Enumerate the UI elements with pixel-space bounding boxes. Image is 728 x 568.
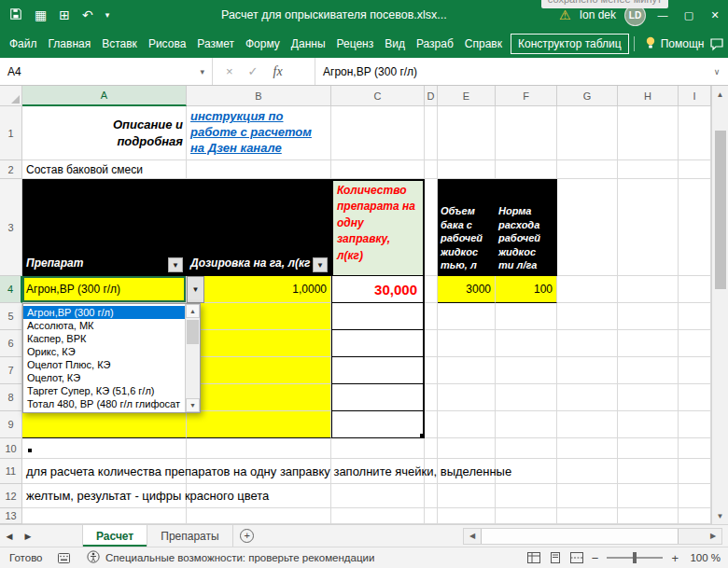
row-header-6[interactable]: 6 (0, 330, 22, 357)
cell-i2[interactable] (679, 160, 711, 179)
cell-b4[interactable]: 1,0000 (187, 276, 331, 303)
cell-b6[interactable] (187, 330, 331, 357)
comments-icon[interactable] (709, 37, 724, 51)
confirm-entry-icon[interactable]: ✓ (248, 64, 259, 78)
cell-g5[interactable] (557, 303, 618, 330)
page-layout-view-icon[interactable] (549, 552, 562, 563)
cell-e12[interactable] (438, 484, 496, 508)
cell-d10[interactable] (425, 438, 438, 459)
cell-g1[interactable] (557, 106, 618, 160)
cell-g7[interactable] (557, 357, 618, 384)
scroll-down-icon[interactable]: ▼ (186, 398, 200, 412)
cell-a3[interactable]: Препарат ▼ (22, 179, 187, 276)
scroll-right-icon[interactable]: ▶ (705, 532, 721, 540)
accessibility-status[interactable]: Специальные возможности: проверьте реком… (87, 550, 374, 565)
maximize-button[interactable]: ▢ (676, 0, 702, 30)
dropdown-scrollbar[interactable]: ▲ ▼ (185, 304, 200, 412)
cell-f10[interactable] (496, 438, 557, 459)
dropdown-item[interactable]: Ассолюта, МК (23, 319, 185, 332)
scroll-left-icon[interactable]: ◀ (464, 532, 481, 540)
cell-d12[interactable] (425, 484, 438, 508)
cell-b9[interactable] (187, 411, 331, 438)
cell-c5[interactable] (331, 303, 425, 330)
cell-d2[interactable] (425, 160, 438, 179)
tab-table-design[interactable]: Конструктор таблиц (511, 34, 629, 54)
cell-i4[interactable] (679, 276, 711, 303)
row-header-4[interactable]: 4 (0, 276, 22, 303)
cell-e1[interactable] (438, 106, 496, 160)
column-header-f[interactable]: F (496, 86, 557, 106)
cell-d1[interactable] (425, 106, 438, 160)
tab-home[interactable]: Главная (43, 34, 97, 54)
column-header-b[interactable]: B (187, 86, 331, 106)
row-header-5[interactable]: 5 (0, 303, 22, 330)
filter-dropdown-icon-b3[interactable]: ▼ (313, 257, 328, 272)
dropdown-item[interactable]: Оцелот Плюс, КЭ (23, 358, 185, 371)
cell-d7[interactable] (425, 357, 438, 384)
cell-c1[interactable] (331, 106, 425, 160)
zoom-slider[interactable] (607, 557, 663, 559)
cell-c12[interactable] (331, 484, 425, 508)
column-header-c[interactable]: C (331, 86, 425, 106)
assistant-button[interactable]: Помощн (639, 36, 710, 52)
table-resize-handle[interactable] (420, 434, 425, 438)
tab-review[interactable]: Реценз (331, 34, 380, 54)
tab-data[interactable]: Данны (286, 34, 331, 54)
dropdown-scroll-thumb[interactable] (187, 320, 199, 344)
scroll-up-icon[interactable]: ▲ (712, 86, 728, 103)
cell-b8[interactable] (187, 384, 331, 411)
tab-layout[interactable]: Размет (191, 34, 240, 54)
cell-h5[interactable] (618, 303, 679, 330)
name-box[interactable]: A4 ▾ (0, 58, 213, 85)
tab-insert[interactable]: Вставк (96, 34, 143, 54)
cell-e5[interactable] (438, 303, 496, 330)
cell-d6[interactable] (425, 330, 438, 357)
cell-g11[interactable] (557, 459, 618, 484)
row-header-11[interactable]: 11 (0, 459, 22, 484)
cell-e7[interactable] (438, 357, 496, 384)
cell-h10[interactable] (618, 438, 679, 459)
cell-h4[interactable] (618, 276, 679, 303)
cell-e6[interactable] (438, 330, 496, 357)
cell-b13[interactable] (187, 508, 331, 524)
cell-e9[interactable] (438, 411, 496, 438)
cell-h1[interactable] (618, 106, 679, 160)
cell-f3[interactable]: Норма расхода рабочей жидкос ти л/га (496, 179, 557, 276)
cell-a12[interactable]: желтым, результат - цифры красного цвета (22, 484, 187, 508)
cell-f6[interactable] (496, 330, 557, 357)
cell-b5[interactable] (187, 303, 331, 330)
sheet-tab-preparaty[interactable]: Препараты (147, 525, 232, 547)
cell-e4[interactable]: 3000 (438, 276, 496, 303)
cell-d3[interactable] (425, 179, 438, 276)
dropdown-item[interactable]: Оцелот, КЭ (23, 371, 185, 384)
filter-dropdown-icon-a3[interactable]: ▼ (168, 257, 183, 272)
insert-function-button[interactable]: fx (273, 64, 283, 79)
zoom-in-button[interactable]: + (671, 551, 679, 565)
cell-i1[interactable] (679, 106, 711, 160)
cell-f8[interactable] (496, 384, 557, 411)
column-header-a[interactable]: A (22, 86, 187, 106)
qat-caret-icon[interactable]: ▾ (105, 11, 110, 20)
grid-icon[interactable]: ▦ (35, 8, 47, 21)
column-header-g[interactable]: G (557, 86, 618, 106)
dropdown-item[interactable]: Тотал 480, ВР (480 г/л глифосат (23, 397, 185, 410)
cell-h13[interactable] (618, 508, 679, 524)
cell-e3[interactable]: Объем бака с рабочей жидкос тью, л (438, 179, 496, 276)
in-cell-dropdown-button[interactable]: ▼ (187, 276, 204, 303)
dropdown-item-selected[interactable]: Агрон,ВР (300 г/л) (23, 306, 185, 319)
tab-draw[interactable]: Рисова (143, 34, 191, 54)
select-all-corner[interactable] (0, 86, 22, 106)
cell-h9[interactable] (618, 411, 679, 438)
cell-d5[interactable] (425, 303, 438, 330)
macro-record-icon[interactable] (58, 553, 70, 563)
cell-i11[interactable] (679, 459, 711, 484)
expand-formula-bar-icon[interactable]: ∨ (706, 58, 728, 85)
cell-i3[interactable] (679, 179, 711, 276)
cell-d8[interactable] (425, 384, 438, 411)
account-name[interactable]: Ion dek (580, 8, 616, 21)
cell-g8[interactable] (557, 384, 618, 411)
row-header-3[interactable]: 3 (0, 179, 22, 276)
undo-icon[interactable]: ↶ (82, 8, 93, 21)
cell-f9[interactable] (496, 411, 557, 438)
cell-h12[interactable] (618, 484, 679, 508)
